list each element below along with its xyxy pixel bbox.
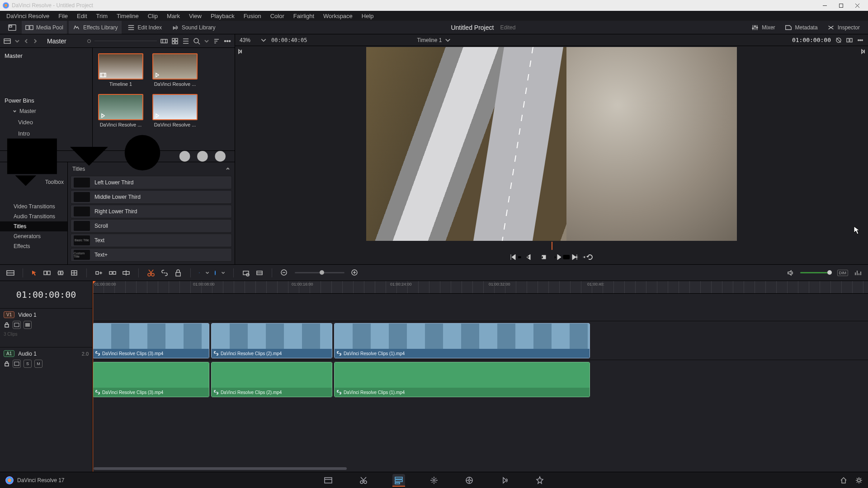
viewer-timeline-name[interactable]: Timeline 1	[417, 37, 451, 43]
menu-playback[interactable]: Playback	[206, 11, 239, 21]
replace-clip-icon[interactable]	[122, 269, 130, 277]
chevron-down-icon[interactable]	[444, 37, 451, 43]
dual-viewer-icon[interactable]	[846, 37, 853, 43]
breadcrumb[interactable]: Master	[42, 38, 66, 45]
fx-cat-titles[interactable]: Titles	[71, 163, 232, 175]
chevron-down-icon[interactable]	[14, 38, 20, 44]
page-fusion[interactable]	[428, 474, 440, 487]
menu-clip[interactable]: Clip	[143, 11, 162, 21]
volume-slider[interactable]	[800, 272, 832, 273]
flag-icon[interactable]	[199, 270, 200, 276]
trim-tool-icon[interactable]	[43, 269, 51, 277]
video-track-header[interactable]: V1Video 1 3 Clips	[0, 308, 92, 347]
menu-view[interactable]: View	[184, 11, 206, 21]
audio-meter-icon[interactable]	[854, 269, 862, 277]
menu-workspace[interactable]: Workspace	[319, 11, 357, 21]
title-row[interactable]: Left Lower Third	[71, 176, 232, 189]
menu-davinci[interactable]: DaVinci Resolve	[2, 11, 54, 21]
page-fairlight[interactable]	[498, 474, 511, 487]
chevron-down-icon[interactable]	[260, 37, 267, 43]
selection-tool-icon[interactable]	[31, 270, 38, 276]
zoom-slider[interactable]	[295, 272, 344, 273]
fx-titles[interactable]: Titles	[0, 221, 67, 231]
timeline-area[interactable]: 01:00:00:00 01:00:08:00 01:00:16:00 01:0…	[93, 281, 868, 472]
sound-library-toggle[interactable]: Sound Library	[167, 21, 219, 34]
minimize-button[interactable]	[816, 0, 833, 11]
tree-root[interactable]: Master	[0, 50, 92, 62]
playhead[interactable]	[93, 281, 93, 472]
timeline-ruler[interactable]: 01:00:00:00 01:00:08:00 01:00:16:00 01:0…	[93, 281, 868, 294]
media-thumb[interactable]: DaVinci Resolve ...	[152, 53, 198, 87]
overlay-mode-icon[interactable]	[518, 255, 522, 259]
power-bins-section[interactable]: Power Bins	[0, 94, 92, 106]
audio-lane[interactable]: DaVinci Resolve Clips (3).mp4 DaVinci Re…	[93, 360, 868, 399]
nav-fwd-icon[interactable]	[33, 38, 38, 44]
timeline-view-options-icon[interactable]	[6, 269, 14, 277]
page-cut[interactable]	[357, 474, 370, 487]
title-row[interactable]: Basic TitleText	[71, 234, 232, 247]
auto-select-toggle[interactable]	[13, 321, 21, 329]
title-row[interactable]: Scroll	[71, 219, 232, 233]
zoom-in-icon[interactable]	[351, 269, 359, 277]
tree-item-master[interactable]: Master	[0, 106, 92, 117]
media-pool-toggle[interactable]: Media Pool	[22, 21, 67, 34]
chevron-down-icon[interactable]	[221, 271, 225, 275]
insert-clip-icon[interactable]	[95, 269, 103, 277]
loop-icon[interactable]	[586, 253, 594, 261]
page-color[interactable]	[463, 474, 476, 487]
metadata-toggle[interactable]: Metadata	[781, 21, 821, 34]
jump-next-icon[interactable]	[576, 253, 578, 261]
lock-icon[interactable]	[4, 361, 10, 367]
sort-icon[interactable]	[213, 38, 220, 45]
menu-help[interactable]: Help	[357, 11, 378, 21]
viewer-canvas[interactable]	[366, 47, 737, 241]
menu-color[interactable]: Color	[266, 11, 289, 21]
page-media[interactable]	[322, 474, 335, 487]
prev-edit-icon[interactable]	[540, 255, 544, 259]
fx-vtrans[interactable]: Video Transitions	[0, 202, 67, 211]
solo-button[interactable]: S	[24, 360, 32, 368]
mute-button[interactable]: M	[34, 360, 42, 368]
marker-icon[interactable]	[215, 271, 216, 275]
menu-mark[interactable]: Mark	[162, 11, 184, 21]
page-deliver[interactable]	[533, 474, 546, 487]
media-thumb[interactable]: DaVinci Resolve ...	[152, 94, 198, 127]
fx-gen[interactable]: Generators	[0, 231, 67, 241]
nav-back-icon[interactable]	[24, 38, 29, 44]
timeline-scrollbar[interactable]	[93, 467, 868, 471]
title-row[interactable]: Middle Lower Third	[71, 190, 232, 204]
page-edit[interactable]	[392, 474, 405, 487]
title-row[interactable]: Right Lower Third	[71, 205, 232, 218]
jump-end-icon[interactable]	[860, 49, 866, 54]
edit-index-toggle[interactable]: Edit Index	[123, 21, 165, 34]
menu-trim[interactable]: Trim	[92, 11, 113, 21]
chevron-down-icon[interactable]	[205, 271, 209, 275]
position-lock-icon[interactable]	[174, 269, 182, 277]
mixer-toggle[interactable]: Mixer	[747, 21, 778, 34]
bypass-grade-icon[interactable]	[835, 37, 842, 43]
view-grid-icon[interactable]	[171, 38, 179, 45]
home-icon[interactable]	[840, 477, 847, 484]
fx-cat-fusion[interactable]: Fusion Titles2.0	[71, 263, 232, 265]
search-icon[interactable]	[193, 38, 200, 45]
title-row[interactable]: Custom TitleText+	[71, 248, 232, 262]
fx-toolbox[interactable]: Toolbox	[0, 163, 67, 202]
menu-edit[interactable]: Edit	[72, 11, 91, 21]
next-edit-icon[interactable]	[553, 255, 557, 259]
maximize-button[interactable]	[833, 0, 849, 11]
jump-end-icon[interactable]	[237, 49, 243, 54]
volume-icon[interactable]	[787, 269, 795, 277]
snap-detail-icon[interactable]	[255, 269, 264, 277]
lock-icon[interactable]	[4, 322, 10, 328]
inspector-toggle[interactable]: Inspector	[823, 21, 863, 34]
dynamic-trim-icon[interactable]	[57, 269, 65, 277]
first-frame-icon[interactable]	[509, 253, 517, 261]
blade-tool-icon[interactable]	[70, 269, 78, 277]
media-thumb[interactable]: Timeline 1	[98, 53, 143, 87]
snapping-icon[interactable]	[242, 269, 250, 277]
project-settings-icon[interactable]	[855, 477, 863, 484]
menu-timeline[interactable]: Timeline	[112, 11, 143, 21]
menu-fusion[interactable]: Fusion	[239, 11, 266, 21]
search-dropdown-icon[interactable]	[204, 38, 209, 44]
overwrite-clip-icon[interactable]	[108, 269, 117, 277]
